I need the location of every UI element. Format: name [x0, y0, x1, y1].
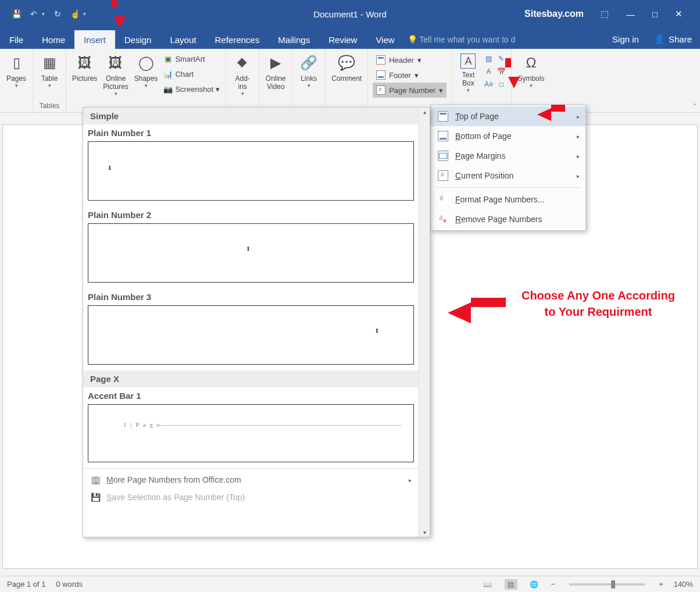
ribbon-display-icon[interactable]: ⬚ [601, 9, 609, 19]
annotation-arrow-insert [114, 16, 126, 28]
ribbon-tabs: File Home Insert Design Layout Reference… [0, 28, 700, 49]
chevron-right-icon: ▸ [577, 113, 580, 120]
tab-layout[interactable]: Layout [160, 30, 205, 49]
preview-plain-number-3[interactable]: 1 [88, 305, 414, 365]
word-count[interactable]: 0 words [56, 580, 83, 589]
text-box-icon: A [460, 54, 476, 69]
undo-icon[interactable]: ↶ [29, 9, 38, 19]
redo-icon[interactable]: ↻ [53, 9, 62, 19]
video-icon: ▶ [266, 54, 285, 72]
tab-file[interactable]: File [0, 30, 33, 49]
scroll-up-icon[interactable]: ▴ [423, 109, 426, 115]
sign-in-link[interactable]: Sign in [605, 30, 646, 49]
online-pictures-button[interactable]: 🖼Online Pictures▾ [101, 51, 130, 98]
save-sel-icon: 💾 [90, 492, 101, 502]
touch-mode-icon[interactable]: ☝ [70, 9, 80, 19]
minimize-icon[interactable]: — [626, 9, 635, 19]
close-icon[interactable]: ✕ [675, 9, 683, 19]
tab-home[interactable]: Home [33, 30, 74, 49]
zoom-slider[interactable] [569, 583, 645, 586]
menu-format-page-numbers[interactable]: Format Page Numbers... [431, 190, 585, 209]
pages-icon: ▯ [7, 54, 26, 72]
window-controls: ⬚ — □ ✕ [601, 9, 700, 19]
addins-icon: ⯁ [233, 54, 252, 72]
footer-button[interactable]: Footer ▾ [373, 67, 447, 83]
tell-me-search[interactable]: 💡 Tell me what you want to d [404, 30, 605, 49]
smartart-button[interactable]: ▣SmartArt [161, 51, 222, 66]
tab-review[interactable]: Review [319, 30, 366, 49]
header-button[interactable]: Header ▾ [373, 52, 447, 67]
save-icon[interactable]: 💾 [12, 9, 21, 19]
document-title: Document1 - Word [313, 9, 387, 19]
gallery-scrollbar[interactable]: ▴▾ [419, 108, 430, 537]
annotation-arrow-pagenumber [508, 77, 520, 88]
header-icon [376, 55, 385, 65]
tab-insert[interactable]: Insert [74, 30, 115, 49]
quick-parts-icon[interactable]: ▤ [483, 54, 494, 64]
table-icon: ▦ [40, 54, 59, 72]
status-bar: Page 1 of 1 0 words 📖 ▤ 🌐 − + 140% [0, 576, 700, 592]
table-button[interactable]: ▦ Table▾ [37, 51, 62, 90]
chevron-right-icon: ▸ [577, 173, 580, 179]
addins-button[interactable]: ⯁Add- ins▾ [230, 51, 255, 98]
zoom-out-button[interactable]: − [551, 580, 556, 589]
links-icon: 🔗 [299, 54, 318, 72]
chevron-right-icon: ▸ [577, 153, 580, 159]
maximize-icon[interactable]: □ [652, 9, 658, 19]
online-pictures-icon: 🖼 [106, 54, 125, 72]
menu-bottom-of-page[interactable]: Bottom of Page▸ [431, 126, 585, 146]
shapes-icon: ◯ [137, 54, 155, 72]
remove-icon [438, 214, 448, 224]
gallery-item-label: Plain Number 2 [83, 206, 419, 221]
touch-caret-icon[interactable]: ▾ [83, 11, 86, 17]
read-mode-icon[interactable]: 📖 [481, 579, 494, 590]
menu-page-margins[interactable]: Page Margins▸ [431, 146, 585, 166]
tab-references[interactable]: References [205, 30, 269, 49]
scroll-down-icon[interactable]: ▾ [423, 529, 426, 536]
bottom-icon [438, 131, 448, 141]
chart-icon: 📊 [163, 69, 173, 79]
undo-caret-icon[interactable]: ▾ [42, 11, 45, 17]
zoom-in-button[interactable]: + [659, 580, 663, 589]
menu-current-position[interactable]: Current Position▸ [431, 166, 585, 186]
web-layout-icon[interactable]: 🌐 [528, 579, 541, 590]
object-icon[interactable]: □ [496, 79, 506, 90]
top-icon [438, 111, 448, 122]
symbols-icon: Ω [522, 54, 540, 72]
annotation-arrow-top [537, 108, 551, 121]
page-number-menu: Top of Page▸ Bottom of Page▸ Page Margin… [430, 105, 586, 231]
footer-icon [376, 70, 385, 80]
tab-mailings[interactable]: Mailings [269, 30, 319, 49]
pictures-icon: 🖼 [76, 54, 94, 72]
preview-plain-number-2[interactable]: 1 [88, 223, 414, 283]
pages-button[interactable]: ▯ Pages▾ [3, 51, 29, 90]
tab-design[interactable]: Design [115, 30, 161, 49]
print-layout-icon[interactable]: ▤ [505, 579, 517, 590]
pictures-button[interactable]: 🖼Pictures [70, 51, 99, 84]
chevron-right-icon: ▸ [577, 133, 580, 140]
zoom-thumb[interactable] [611, 580, 615, 589]
page-indicator[interactable]: Page 1 of 1 [7, 580, 46, 589]
preview-accent-bar-1[interactable]: 1 | P a g e [88, 404, 414, 462]
text-box-button[interactable]: AText Box▾ [455, 51, 481, 94]
drop-cap-icon[interactable]: A≡ [483, 79, 494, 90]
shapes-button[interactable]: ◯Shapes▾ [132, 51, 160, 90]
menu-remove-page-numbers[interactable]: Remove Page Numbers [431, 209, 585, 229]
format-icon [438, 194, 448, 205]
tab-view[interactable]: View [366, 30, 403, 49]
date-icon[interactable]: 📅 [496, 66, 506, 77]
zoom-level[interactable]: 140% [674, 580, 693, 589]
links-button[interactable]: 🔗Links▾ [296, 51, 322, 90]
screenshot-button[interactable]: 📷Screenshot ▾ [161, 81, 222, 97]
ribbon: ▯ Pages▾ ▦ Table▾ Tables 🖼Pictures 🖼Onli… [0, 49, 700, 113]
share-button[interactable]: 👤Share [646, 29, 700, 49]
more-page-numbers[interactable]: 🏢More Page Numbers from Office.com▸ [83, 471, 419, 488]
comment-button[interactable]: 💬Comment [329, 51, 364, 84]
chart-button[interactable]: 📊Chart [161, 66, 222, 81]
page-number-button[interactable]: Page Number ▾ [373, 83, 447, 98]
preview-plain-number-1[interactable]: 1 [88, 141, 414, 201]
collapse-ribbon-icon[interactable]: ˄ [693, 103, 697, 111]
symbols-button[interactable]: ΩSymbols▾ [515, 51, 547, 90]
wordart-icon[interactable]: A [483, 66, 494, 77]
online-video-button[interactable]: ▶Online Video [263, 51, 288, 92]
